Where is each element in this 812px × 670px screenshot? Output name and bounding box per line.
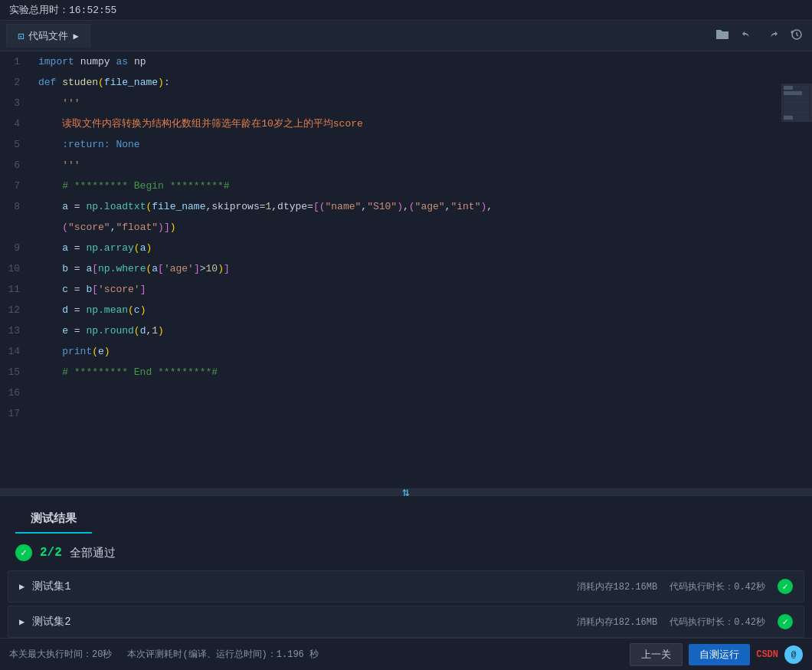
code-line-4: 4 读取文件内容转换为结构化数组并筛选年龄在10岁之上的平均score	[0, 113, 812, 134]
code-line-11: 11 c = b['score']	[0, 279, 812, 300]
tab-expand-icon[interactable]: ▶	[73, 31, 78, 42]
code-line-3: 3 '''	[0, 93, 812, 113]
tab-actions	[715, 28, 803, 44]
test-results-header: 测试结果	[15, 502, 92, 534]
code-line-7: 7 # ********* Begin *********#	[0, 176, 812, 196]
max-time-label: 本关最大执行时间：20秒	[9, 648, 112, 661]
code-line-1: 1 import numpy as np	[0, 51, 812, 72]
pass-badge: ✓ 2/2 全部通过	[0, 538, 812, 567]
test-set-2-arrow: ▶	[19, 616, 25, 628]
code-file-tab[interactable]: ⊡ 代码文件 ▶	[6, 24, 90, 48]
history-button[interactable]	[791, 28, 803, 44]
test-set-2-time: 代码执行时长：0.42秒	[670, 616, 765, 629]
code-line-13: 13 e = np.round(d,1)	[0, 320, 812, 341]
test-set-2-name: 测试集2	[32, 615, 576, 629]
code-line-14: 14 print(e)	[0, 341, 812, 362]
prev-button[interactable]: 上一关	[630, 643, 683, 666]
test-set-1-arrow: ▶	[19, 581, 25, 593]
code-line-8: 8 a = np.loadtxt(file_name,skiprows=1,dt…	[0, 196, 812, 238]
code-editor[interactable]: ████░░░░░░░ ████████░░░ ░░░░░░░░░░░ ░░░░…	[0, 51, 812, 488]
redo-button[interactable]	[766, 28, 778, 44]
code-line-15: 15 # ********* End *********#	[0, 362, 812, 383]
test-set-2[interactable]: ▶ 测试集2 消耗内存182.16MB 代码执行时长：0.42秒 ✓	[8, 606, 804, 638]
status-bar: 实验总用时：16:52:55	[0, 0, 812, 21]
code-line-12: 12 d = np.mean(c)	[0, 300, 812, 320]
tab-bar: ⊡ 代码文件 ▶	[0, 21, 812, 51]
code-line-16: 16	[0, 383, 812, 403]
tab-label: 代码文件	[28, 29, 68, 43]
run-button[interactable]: 自测运行	[689, 644, 750, 665]
code-line-10: 10 b = a[np.where(a['age']>10)]	[0, 258, 812, 279]
test-set-1-memory: 消耗内存182.16MB	[577, 580, 658, 593]
folder-button[interactable]	[715, 28, 729, 44]
code-line-5: 5 :return: None	[0, 134, 812, 155]
bottom-actions: 上一关 自测运行 CSDN @	[630, 643, 803, 666]
code-lines: 1 import numpy as np 2 def studen(file_n…	[0, 51, 812, 488]
bottom-bar: 本关最大执行时间：20秒 本次评测耗时(编译、运行总时间)：1.196 秒 上一…	[0, 638, 812, 670]
code-line-9: 9 a = np.array(a)	[0, 238, 812, 258]
code-line-17: 17	[0, 403, 812, 424]
csdn-logo: CSDN	[756, 649, 778, 660]
test-set-2-pass-icon: ✓	[778, 614, 793, 629]
tab-icon: ⊡	[18, 30, 24, 43]
test-set-2-memory: 消耗内存182.16MB	[577, 616, 658, 629]
pass-check-icon: ✓	[15, 544, 32, 561]
test-set-1[interactable]: ▶ 测试集1 消耗内存182.16MB 代码执行时长：0.42秒 ✓	[8, 570, 804, 603]
code-line-2: 2 def studen(file_name):	[0, 72, 812, 93]
test-set-1-name: 测试集1	[32, 580, 576, 593]
bottom-info: 本关最大执行时间：20秒 本次评测耗时(编译、运行总时间)：1.196 秒	[9, 648, 614, 661]
editor-divider[interactable]: ⇅	[0, 488, 812, 496]
user-avatar[interactable]: @	[784, 645, 803, 664]
pass-score: 2/2	[40, 546, 62, 560]
pass-label: 全部通过	[70, 546, 116, 560]
undo-button[interactable]	[742, 28, 754, 44]
test-header-wrap: 测试结果	[0, 496, 812, 538]
minimap: ████░░░░░░░ ████████░░░ ░░░░░░░░░░░ ░░░░…	[781, 84, 812, 122]
eval-time-label: 本次评测耗时(编译、运行总时间)：1.196 秒	[127, 648, 319, 661]
test-set-1-time: 代码执行时长：0.42秒	[670, 580, 765, 593]
status-timer: 实验总用时：16:52:55	[9, 5, 116, 16]
test-set-1-pass-icon: ✓	[778, 579, 793, 594]
code-line-6: 6 '''	[0, 155, 812, 176]
